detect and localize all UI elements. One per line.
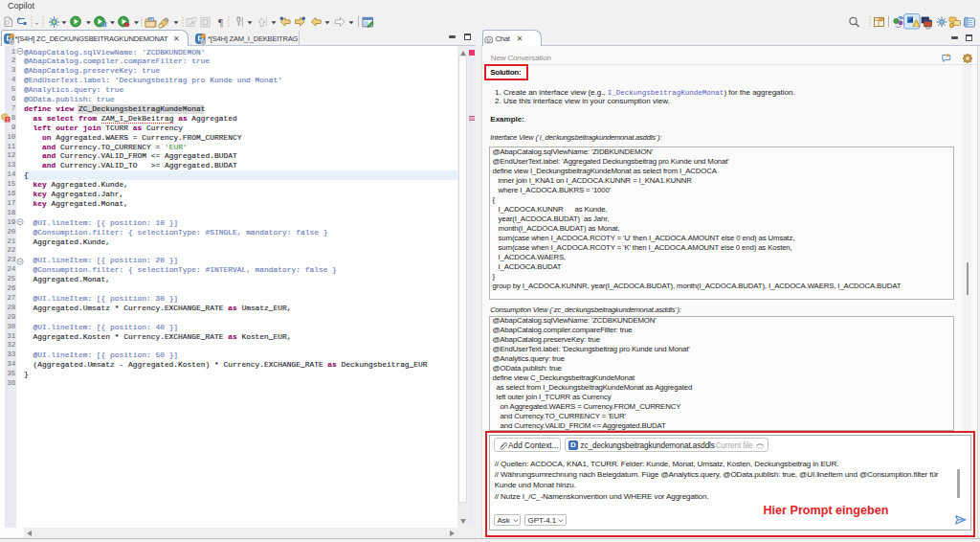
svg-text:¶: ¶ [218,16,223,28]
